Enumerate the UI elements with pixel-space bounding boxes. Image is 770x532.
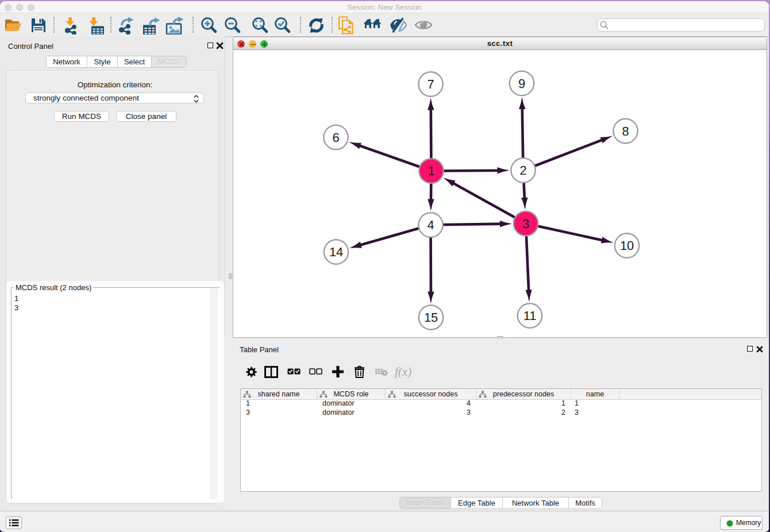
svg-text:15: 15 <box>424 310 438 325</box>
svg-text:11: 11 <box>523 309 537 323</box>
svg-text:2: 2 <box>519 163 526 178</box>
svg-text:7: 7 <box>427 77 434 91</box>
svg-text:6: 6 <box>332 130 339 145</box>
svg-text:4: 4 <box>427 218 434 232</box>
svg-text:14: 14 <box>329 245 343 259</box>
svg-text:3: 3 <box>522 217 529 231</box>
svg-text:10: 10 <box>620 238 634 253</box>
svg-text:9: 9 <box>518 76 525 91</box>
svg-text:1: 1 <box>428 164 434 178</box>
svg-text:8: 8 <box>622 124 629 138</box>
